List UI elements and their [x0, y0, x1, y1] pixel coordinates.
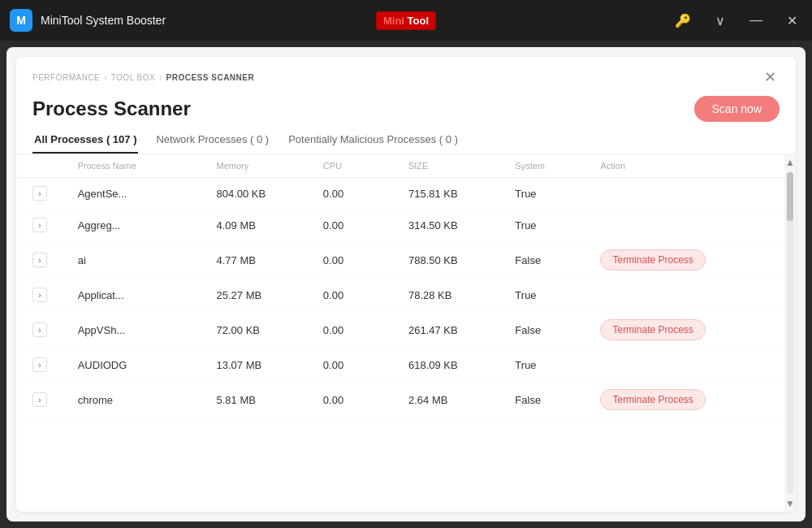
- terminate-button-6[interactable]: Terminate Process: [600, 389, 705, 410]
- tab-malicious-processes[interactable]: Potentially Malicious Processes ( 0 ): [287, 128, 460, 154]
- process-name-cell: Aggreg...: [70, 210, 209, 241]
- action-cell: Terminate Process: [592, 241, 784, 279]
- size-cell: 2.64 MB: [400, 381, 507, 419]
- table-scroll[interactable]: Process Name Memory CPU SIZE System Acti…: [16, 154, 784, 512]
- custom-scrollbar: ▲ ▼: [784, 154, 796, 512]
- size-cell: 715.81 KB: [400, 178, 507, 210]
- table-row: › ai 4.77 MB 0.00 788.50 KB False Termin…: [16, 241, 784, 279]
- expand-cell: ›: [16, 241, 70, 279]
- scroll-up-button[interactable]: ▲: [784, 156, 796, 169]
- page-title: Process Scanner: [32, 97, 191, 120]
- table-body: › AgentSe... 804.00 KB 0.00 715.81 KB Tr…: [16, 178, 784, 419]
- expand-button-5[interactable]: ›: [32, 357, 47, 372]
- tabs-container: All Processes ( 107 ) Network Processes …: [16, 122, 796, 154]
- process-name-cell: AppVSh...: [70, 311, 209, 349]
- expand-button-0[interactable]: ›: [32, 186, 47, 201]
- expand-button-1[interactable]: ›: [32, 218, 47, 232]
- expand-cell: ›: [16, 279, 70, 311]
- panel: PERFORMANCE › TOOL BOX › PROCESS SCANNER…: [16, 57, 796, 512]
- tab-all-processes[interactable]: All Processes ( 107 ): [32, 128, 138, 154]
- terminate-button-4[interactable]: Terminate Process: [600, 319, 705, 340]
- cpu-cell: 0.00: [315, 349, 400, 381]
- memory-cell: 72.00 KB: [208, 311, 314, 349]
- title-bar-left: M MiniTool System Booster: [10, 9, 166, 32]
- panel-header: Process Scanner Scan now: [16, 89, 796, 122]
- system-cell: False: [507, 381, 592, 419]
- size-cell: 618.09 KB: [400, 349, 507, 381]
- breadcrumb-toolbox: TOOL BOX: [111, 73, 156, 82]
- scroll-down-button[interactable]: ▼: [784, 497, 796, 510]
- minitool-logo: Mini Tool: [376, 11, 436, 30]
- process-table: Process Name Memory CPU SIZE System Acti…: [16, 154, 784, 419]
- memory-cell: 4.09 MB: [208, 210, 314, 241]
- close-button[interactable]: ✕: [782, 10, 802, 32]
- process-name-cell: Applicat...: [70, 279, 209, 311]
- key-button[interactable]: 🔑: [670, 10, 696, 32]
- action-cell: Terminate Process: [592, 311, 784, 349]
- action-cell: [592, 349, 784, 381]
- col-system: System: [507, 154, 592, 178]
- size-cell: 788.50 KB: [400, 241, 507, 279]
- action-cell: [592, 279, 784, 311]
- expand-cell: ›: [16, 381, 70, 419]
- expand-cell: ›: [16, 178, 70, 210]
- process-name-cell: AUDIODG: [70, 349, 209, 381]
- table-row: › AppVSh... 72.00 KB 0.00 261.47 KB Fals…: [16, 311, 784, 349]
- breadcrumb-sep-2: ›: [159, 73, 162, 82]
- table-row: › AUDIODG 13.07 MB 0.00 618.09 KB True: [16, 349, 784, 381]
- memory-cell: 25.27 MB: [208, 279, 314, 311]
- scroll-track: [787, 172, 793, 494]
- title-bar: M MiniTool System Booster Mini Tool 🔑 ∨ …: [0, 0, 812, 41]
- expand-button-4[interactable]: ›: [32, 322, 47, 337]
- table-header-row: Process Name Memory CPU SIZE System Acti…: [16, 154, 784, 178]
- cpu-cell: 0.00: [315, 381, 400, 419]
- size-cell: 314.50 KB: [400, 210, 507, 241]
- system-cell: False: [507, 241, 592, 279]
- table-row: › chrome 5.81 MB 0.00 2.64 MB False Term…: [16, 381, 784, 419]
- action-cell: [592, 210, 784, 241]
- system-cell: True: [507, 178, 592, 210]
- system-cell: True: [507, 210, 592, 241]
- table-row: › AgentSe... 804.00 KB 0.00 715.81 KB Tr…: [16, 178, 784, 210]
- system-cell: False: [507, 311, 592, 349]
- memory-cell: 5.81 MB: [208, 381, 314, 419]
- breadcrumb: PERFORMANCE › TOOL BOX › PROCESS SCANNER: [32, 73, 254, 82]
- memory-cell: 804.00 KB: [208, 178, 314, 210]
- app-icon: M: [10, 9, 32, 32]
- col-action: Action: [592, 154, 784, 178]
- scan-now-button[interactable]: Scan now: [694, 96, 780, 122]
- scroll-thumb[interactable]: [787, 172, 793, 221]
- terminate-button-2[interactable]: Terminate Process: [600, 249, 705, 270]
- process-name-cell: chrome: [70, 381, 209, 419]
- col-process-name: Process Name: [70, 154, 209, 178]
- cpu-cell: 0.00: [315, 279, 400, 311]
- tab-network-processes[interactable]: Network Processes ( 0 ): [154, 128, 270, 154]
- size-cell: 78.28 KB: [400, 279, 507, 311]
- breadcrumb-sep-1: ›: [104, 73, 106, 82]
- col-cpu: CPU: [315, 154, 400, 178]
- breadcrumb-scanner: PROCESS SCANNER: [166, 73, 255, 82]
- system-cell: True: [507, 279, 592, 311]
- expand-cell: ›: [16, 210, 70, 241]
- close-panel-button[interactable]: ✕: [758, 65, 783, 89]
- table-row: › Applicat... 25.27 MB 0.00 78.28 KB Tru…: [16, 279, 784, 311]
- col-expand: [16, 154, 70, 178]
- process-name-cell: ai: [70, 241, 209, 279]
- expand-cell: ›: [16, 349, 70, 381]
- title-bar-controls: 🔑 ∨ — ✕: [670, 10, 802, 32]
- expand-cell: ›: [16, 311, 70, 349]
- main-content: PERFORMANCE › TOOL BOX › PROCESS SCANNER…: [6, 47, 806, 522]
- expand-button-2[interactable]: ›: [32, 253, 47, 267]
- system-cell: True: [507, 349, 592, 381]
- logo-area: Mini Tool: [376, 11, 436, 30]
- breadcrumb-performance: PERFORMANCE: [32, 73, 100, 82]
- expand-button-6[interactable]: ›: [32, 392, 47, 407]
- action-cell: Terminate Process: [592, 381, 784, 419]
- minimize-button[interactable]: —: [745, 10, 767, 31]
- process-name-cell: AgentSe...: [70, 178, 209, 210]
- table-row: › Aggreg... 4.09 MB 0.00 314.50 KB True: [16, 210, 784, 241]
- cpu-cell: 0.00: [315, 210, 400, 241]
- expand-button-3[interactable]: ›: [32, 288, 47, 302]
- cpu-cell: 0.00: [315, 241, 400, 279]
- chevron-button[interactable]: ∨: [710, 10, 730, 32]
